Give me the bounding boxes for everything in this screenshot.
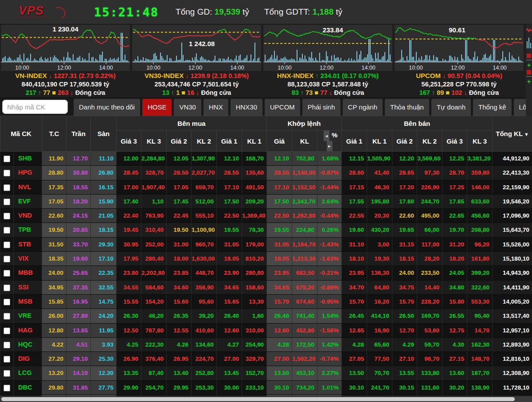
ceiling-price-cell[interactable]: 25.65: [66, 266, 91, 280]
bid-volume-cell-2[interactable]: 252,80: [192, 366, 217, 380]
bid-volume-cell-1[interactable]: 329,70: [242, 352, 267, 366]
bid-volume-cell-2[interactable]: 512,00: [192, 194, 217, 208]
ask-volume-cell-2[interactable]: 97,30: [417, 166, 442, 180]
ask-price-cell-1[interactable]: 17.55: [342, 194, 367, 208]
ceiling-price-cell[interactable]: 27.80: [66, 309, 91, 323]
symbol-cell[interactable]: SSI: [14, 280, 42, 294]
symbol-cell[interactable]: SHB: [14, 152, 42, 166]
bid-price-cell-3[interactable]: 13.35: [117, 366, 141, 380]
ask-volume-cell-2[interactable]: 228,20: [417, 294, 442, 308]
ask-volume-cell-3[interactable]: 359,80: [467, 166, 493, 180]
col-header-floor[interactable]: Sàn: [91, 116, 117, 152]
match-price-cell[interactable]: 17.50: [267, 194, 292, 208]
ceiling-price-cell[interactable]: 13.65: [66, 323, 91, 337]
ask-volume-cell-3[interactable]: 322,60: [467, 280, 493, 294]
match-price-cell[interactable]: 22.50: [267, 209, 292, 223]
col-header-total-volume[interactable]: Tổng KL▼: [493, 116, 532, 152]
match-percent-cell[interactable]: -0.44%: [317, 209, 342, 223]
match-volume-cell[interactable]: 1,502,20: [292, 352, 317, 366]
ask-price-cell-3[interactable]: 34.80: [442, 280, 467, 294]
ask-volume-cell-2[interactable]: 3,569,60: [417, 152, 442, 166]
ask-volume-cell-1[interactable]: 46,30: [367, 180, 392, 194]
ask-price-cell-1[interactable]: 34.70: [342, 280, 367, 294]
row-checkbox-cell[interactable]: [0, 366, 14, 380]
bid-volume-cell-3[interactable]: 1,10: [141, 194, 167, 208]
match-price-cell[interactable]: 12.10: [267, 152, 292, 166]
match-volume-cell[interactable]: 172,50: [292, 337, 317, 351]
bid-volume-cell-2[interactable]: 134,60: [192, 337, 217, 351]
bid-price-cell-2[interactable]: 34.60: [167, 280, 192, 294]
symbol-cell[interactable]: VND: [14, 209, 42, 223]
ref-price-cell[interactable]: 26.00: [42, 309, 66, 323]
bid-price-cell-2[interactable]: 15.60: [167, 294, 192, 308]
col-header-buy-vol3[interactable]: KL 3: [141, 131, 167, 152]
checkbox[interactable]: [4, 184, 10, 191]
col-header-buy-price2[interactable]: Giá 2: [167, 131, 192, 152]
bid-price-cell-2[interactable]: 18.00: [167, 252, 192, 266]
bid-volume-cell-3[interactable]: 222,30: [141, 337, 167, 351]
ask-price-cell-2[interactable]: 19.65: [392, 223, 417, 237]
match-volume-cell[interactable]: 741,40: [292, 309, 317, 323]
col-header-sell-price3[interactable]: Giá 3: [442, 131, 467, 152]
ask-volume-cell-1[interactable]: 70,70: [367, 366, 392, 380]
ceiling-price-cell[interactable]: 19.60: [66, 252, 91, 266]
floor-price-cell[interactable]: 25.30: [91, 352, 117, 366]
match-price-cell[interactable]: 30.10: [267, 380, 292, 394]
bid-price-cell-3[interactable]: 22.40: [117, 209, 141, 223]
match-volume-cell[interactable]: 452,80: [292, 323, 317, 337]
bid-volume-cell-1[interactable]: 179,00: [242, 237, 267, 251]
ceiling-price-cell[interactable]: 16.95: [66, 294, 91, 308]
bid-price-cell-3[interactable]: 26.90: [117, 352, 141, 366]
bid-price-cell-2[interactable]: 17.45: [167, 194, 192, 208]
floor-price-cell[interactable]: 12.30: [91, 366, 117, 380]
ceiling-price-cell[interactable]: 18.20: [66, 194, 91, 208]
ask-price-cell-3[interactable]: 27.15: [442, 352, 467, 366]
bid-price-cell-3[interactable]: 23.80: [117, 266, 141, 280]
bid-volume-cell-3[interactable]: 328,70: [141, 166, 167, 180]
match-percent-cell[interactable]: -1.56%: [317, 323, 342, 337]
ask-volume-cell-2[interactable]: 96,70: [417, 352, 442, 366]
ask-volume-cell-3[interactable]: 162,30: [467, 337, 493, 351]
symbol-cell[interactable]: MBB: [14, 266, 42, 280]
ref-price-cell[interactable]: 27.20: [42, 352, 66, 366]
floor-price-cell[interactable]: 32.55: [91, 280, 117, 294]
match-percent-cell[interactable]: -0.87%: [317, 166, 342, 180]
bid-volume-cell-3[interactable]: 2,284,80: [141, 152, 167, 166]
ask-volume-cell-1[interactable]: 136,30: [367, 266, 392, 280]
ask-price-cell-3[interactable]: 15.80: [442, 294, 467, 308]
bid-volume-cell-1[interactable]: 13,30: [242, 294, 267, 308]
row-checkbox-cell[interactable]: [0, 252, 14, 266]
bid-volume-cell-3[interactable]: 252,00: [141, 237, 167, 251]
bid-volume-cell-3[interactable]: 254,70: [141, 380, 167, 394]
index-headline[interactable]: UPCOM ↓ 90.57 (0.04 0.04%): [395, 71, 524, 80]
checkbox[interactable]: [4, 285, 10, 291]
floor-price-cell[interactable]: 11.10: [91, 152, 117, 166]
symbol-cell[interactable]: TPB: [14, 223, 42, 237]
ceiling-price-cell[interactable]: 30.80: [66, 166, 91, 180]
ask-price-cell-2[interactable]: 24.00: [392, 266, 417, 280]
bid-price-cell-1[interactable]: 13.45: [217, 366, 242, 380]
match-price-cell[interactable]: 17.10: [267, 180, 292, 194]
ask-price-cell-3[interactable]: 12.75: [442, 323, 467, 337]
ask-price-cell-2[interactable]: 12.20: [392, 152, 417, 166]
bid-price-cell-2[interactable]: 17.05: [167, 180, 192, 194]
ask-price-cell-2[interactable]: 18.15: [392, 252, 417, 266]
ask-price-cell-3[interactable]: 26.55: [442, 309, 467, 323]
bid-price-cell-2[interactable]: 31.00: [167, 237, 192, 251]
col-header-buy-price1[interactable]: Giá 1: [217, 131, 242, 152]
match-price-cell[interactable]: 15.70: [267, 294, 292, 308]
ask-price-cell-1[interactable]: 12.65: [342, 323, 367, 337]
checkbox[interactable]: [4, 227, 10, 234]
ref-price-cell[interactable]: 12.80: [42, 323, 66, 337]
checkbox[interactable]: [4, 156, 10, 162]
match-percent-cell[interactable]: -1.44%: [317, 180, 342, 194]
bid-price-cell-2[interactable]: 26.95: [167, 352, 192, 366]
ask-price-cell-1[interactable]: 13.50: [342, 366, 367, 380]
bid-volume-cell-2[interactable]: 1,100,90: [192, 223, 217, 237]
bid-price-cell-1[interactable]: 23.90: [217, 266, 242, 280]
match-percent-cell[interactable]: -1.43%: [317, 237, 342, 251]
symbol-cell[interactable]: NVL: [14, 180, 42, 194]
ask-price-cell-2[interactable]: 15.75: [392, 294, 417, 308]
bid-volume-cell-2[interactable]: 2,027,70: [192, 166, 217, 180]
match-volume-cell[interactable]: 1,262,80: [292, 209, 317, 223]
